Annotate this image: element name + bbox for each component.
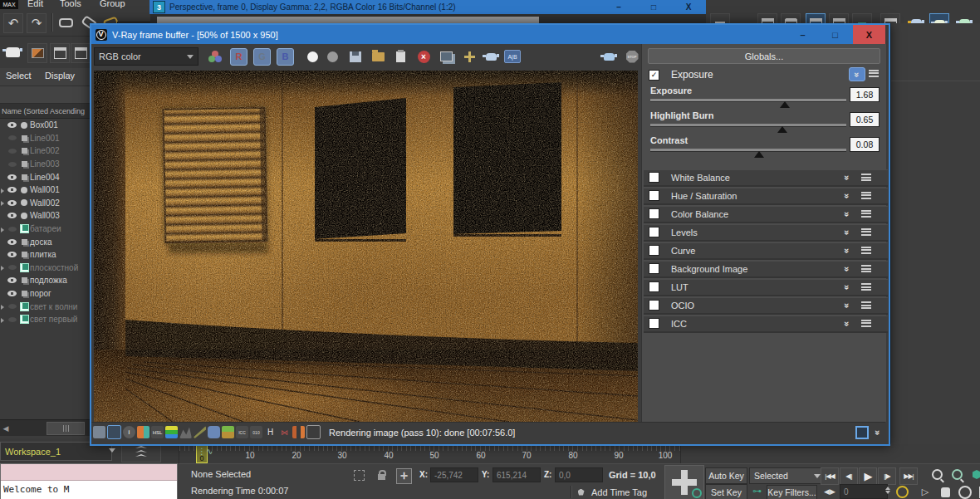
timeline-track-bar[interactable]: 10 20 30 40 50 60 70 80 90 100 0 (179, 444, 681, 464)
track-view-icon[interactable] (71, 43, 91, 63)
section-ocio[interactable]: OCIO» (644, 297, 888, 313)
h-icon[interactable]: H (264, 426, 277, 438)
y-coordinate-field[interactable]: 615,214 (492, 467, 541, 482)
stereo-bars-icon[interactable] (292, 426, 305, 438)
histogram-icon[interactable] (179, 426, 192, 438)
list-item[interactable]: плоскостной (0, 262, 90, 275)
clear-image-icon[interactable]: × (415, 48, 432, 65)
clipboard-icon[interactable] (392, 48, 409, 65)
save-image-icon[interactable] (347, 48, 364, 65)
image-icon[interactable] (222, 426, 234, 438)
icc-icon[interactable]: ICC (236, 426, 248, 438)
region-toggle-icon[interactable] (855, 426, 869, 439)
list-item[interactable]: Line001 (0, 132, 90, 145)
section-curve[interactable]: Curve» (644, 242, 888, 258)
track-mouse-icon[interactable] (461, 48, 478, 65)
menu-icon[interactable] (861, 210, 871, 218)
list-item[interactable]: Wall002 (0, 197, 90, 210)
highlight-burn-value-field[interactable]: 0.65 (850, 112, 880, 127)
orbit-icon[interactable] (958, 485, 973, 499)
x-coordinate-field[interactable]: -25,742 (430, 467, 478, 482)
set-key-button[interactable]: Set Key (705, 484, 747, 499)
list-item[interactable]: Wall001 (0, 183, 90, 197)
load-image-icon[interactable] (370, 48, 386, 65)
section-lut[interactable]: LUT» (644, 279, 888, 295)
exposure-menu-icon[interactable] (869, 70, 879, 77)
maxscript-mini-listener[interactable]: Welcome to M (0, 463, 178, 499)
collapse-icon[interactable]: » (843, 229, 851, 234)
pixel-grid-icon[interactable] (306, 425, 321, 439)
absolute-mode-icon[interactable]: ✛ (396, 468, 412, 484)
checkbox[interactable] (649, 208, 659, 219)
visibility-eye-icon[interactable] (6, 133, 18, 144)
vfb-maximize-button[interactable]: □ (819, 25, 851, 44)
time-configuration-icon[interactable] (894, 485, 909, 499)
menu-tools[interactable]: Tools (60, 0, 81, 8)
vfb-minimize-button[interactable]: – (786, 25, 819, 44)
list-item[interactable]: Line004 (0, 170, 90, 183)
section-hue-saturation[interactable]: Hue / Saturation» (644, 188, 888, 203)
stop-render-icon[interactable]: STOP (624, 48, 640, 65)
render-window-close-button[interactable]: X (676, 1, 701, 13)
name-column-header[interactable]: Name (Sorted Ascending (0, 104, 91, 119)
render-window-maximize-button[interactable]: □ (641, 1, 666, 13)
checkbox[interactable] (649, 172, 659, 183)
section-color-balance[interactable]: Color Balance» (644, 206, 888, 222)
fov-icon[interactable]: ▷ (918, 485, 933, 499)
region-render-teapot-icon[interactable] (483, 48, 499, 65)
list-item[interactable]: плитка (0, 248, 90, 262)
list-item[interactable]: Line003 (0, 158, 90, 171)
tab-select[interactable]: Select (6, 71, 32, 81)
visibility-eye-icon[interactable] (6, 301, 18, 312)
zoom-extents-icon[interactable] (969, 467, 980, 482)
green-channel-button[interactable]: G (253, 48, 271, 66)
collapse-icon[interactable]: » (843, 284, 851, 289)
visibility-eye-icon[interactable] (6, 120, 18, 130)
levels-icon[interactable] (165, 426, 178, 438)
go-to-end-button[interactable]: ▶▶| (899, 467, 918, 485)
menu-group[interactable]: Group (100, 0, 125, 8)
section-icc[interactable]: ICC» (644, 316, 888, 331)
menu-icon[interactable] (861, 320, 871, 327)
key-filters-button[interactable]: Key Filters... (767, 485, 817, 499)
collapse-icon[interactable]: » (843, 320, 851, 325)
info-icon[interactable]: i (123, 426, 135, 438)
visibility-eye-icon[interactable] (6, 262, 18, 273)
list-item[interactable]: Box001 (0, 119, 90, 132)
keyable-icon[interactable]: ⊶ (750, 484, 764, 498)
hsl-icon[interactable]: HSL (151, 426, 164, 438)
menu-edit[interactable]: Edit (27, 0, 43, 8)
next-frame-button[interactable]: ||▶ (878, 467, 896, 485)
list-item[interactable]: Wall003 (0, 209, 90, 223)
monitor-icon[interactable] (107, 425, 121, 439)
visibility-eye-icon[interactable] (6, 314, 18, 325)
pan-hand-icon[interactable] (938, 485, 953, 499)
vfb-titlebar[interactable]: V-Ray frame buffer - [50% of 1500 x 950]… (91, 25, 885, 44)
selection-region-icon[interactable] (352, 468, 366, 482)
menu-icon[interactable] (861, 192, 871, 199)
compare-horizontal-icon[interactable]: ⋈ (278, 426, 291, 438)
menu-icon[interactable] (861, 283, 871, 291)
expand-status-icon[interactable]: » (874, 429, 882, 434)
rendered-image[interactable] (94, 71, 638, 422)
white-channel-icon[interactable] (304, 48, 321, 65)
visibility-eye-icon[interactable] (6, 223, 18, 234)
list-item[interactable]: батареи (0, 223, 90, 236)
visibility-eye-icon[interactable] (6, 159, 18, 169)
contrast-value-field[interactable]: 0.08 (850, 137, 880, 152)
tab-display[interactable]: Display (45, 71, 75, 81)
render-last-icon[interactable] (600, 48, 617, 65)
red-channel-button[interactable]: R (230, 48, 247, 66)
collapse-icon[interactable]: » (843, 174, 851, 179)
collapse-icon[interactable]: » (843, 302, 851, 307)
visibility-eye-icon[interactable] (6, 145, 18, 156)
rgb-channels-icon[interactable] (207, 48, 223, 65)
visibility-eye-icon[interactable] (6, 210, 18, 221)
listener-macro-line[interactable] (1, 464, 177, 481)
checkbox[interactable] (649, 190, 659, 201)
play-button[interactable]: ▶ (859, 467, 877, 485)
background-icon[interactable] (208, 426, 220, 438)
zoom-all-icon[interactable] (949, 467, 964, 482)
checkbox[interactable] (649, 263, 659, 274)
go-to-start-button[interactable]: |◀◀ (821, 467, 839, 485)
